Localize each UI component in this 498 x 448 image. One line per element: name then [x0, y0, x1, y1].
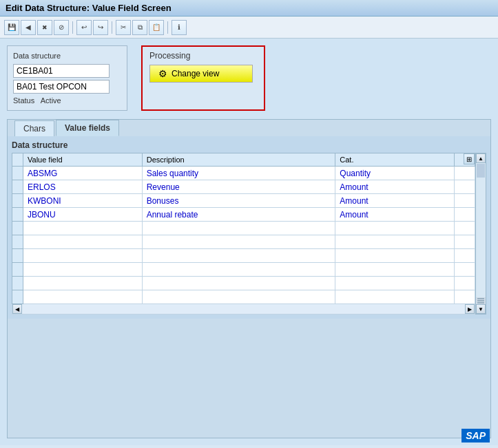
processing-panel: Processing ⚙ Change view: [141, 45, 265, 111]
change-view-label: Change view: [172, 69, 219, 78]
sap-logo: SAP: [461, 429, 490, 442]
row-selector-7[interactable]: [12, 263, 23, 277]
table-scroll-wrapper: Value field Description Cat. ⊞: [12, 153, 486, 314]
cell-category-0: Quantity: [335, 167, 455, 180]
table-row[interactable]: [12, 290, 475, 304]
main-content: Data structure CE1BA01 BA01 Test OPCON S…: [0, 39, 498, 445]
table-row[interactable]: [12, 277, 475, 290]
cell-value-field-9: [23, 290, 143, 304]
table-body: ABSMGSales quantityQuantityERLOSRevenueA…: [12, 167, 475, 314]
tab-value-fields[interactable]: Value fields: [56, 120, 119, 136]
scroll-thumb[interactable]: [477, 164, 485, 178]
cell-value-field-2: KWBONI: [23, 194, 143, 208]
cut-button[interactable]: ✂: [116, 20, 131, 35]
cancel-button[interactable]: ⊘: [54, 20, 69, 35]
tabs-container: Chars Value fields Data structure: [7, 119, 491, 438]
cell-value-field-8: [23, 277, 143, 290]
window-title: Edit Data Structure: Value Field Screen: [6, 3, 172, 13]
exit-button[interactable]: ✖: [37, 20, 52, 35]
dot3: [477, 302, 484, 303]
row-selector-3[interactable]: [12, 208, 23, 222]
cell-value-field-3: JBONU: [23, 208, 143, 222]
table-row[interactable]: [12, 249, 475, 263]
col-width-button[interactable]: ⊞: [464, 153, 475, 164]
table-row[interactable]: ABSMGSales quantityQuantity: [12, 167, 475, 180]
tab-chars[interactable]: Chars: [14, 120, 54, 136]
dot2: [477, 300, 484, 301]
cell-category-9: [335, 290, 455, 304]
cell-description-7: [142, 263, 335, 277]
cell-extra-4: [455, 222, 475, 235]
bottom-scroll-row: ◀▶: [12, 304, 475, 314]
scroll-down-button[interactable]: ▼: [476, 304, 486, 314]
table-header-row: Value field Description Cat. ⊞: [12, 153, 475, 167]
row-selector-4[interactable]: [12, 222, 23, 235]
change-view-button[interactable]: ⚙ Change view: [149, 65, 253, 83]
scroll-track: [476, 163, 486, 297]
cell-category-6: [335, 249, 455, 263]
col-category-header: Cat.: [335, 153, 455, 167]
scroll-right-button[interactable]: ▶: [465, 304, 475, 314]
cell-extra-2: [455, 194, 475, 208]
row-selector-5[interactable]: [12, 235, 23, 249]
cell-extra-8: [455, 277, 475, 290]
status-label: Status: [13, 96, 34, 105]
info-button[interactable]: ℹ: [172, 20, 187, 35]
paste-button[interactable]: 📋: [149, 20, 164, 35]
row-selector-0[interactable]: [12, 167, 23, 180]
scroll-dots: [476, 297, 486, 304]
separator-2: [112, 21, 112, 34]
cell-value-field-5: [23, 235, 143, 249]
vertical-scrollbar[interactable]: ▲ ▼: [475, 153, 486, 314]
separator-3: [167, 21, 168, 34]
table-row[interactable]: [12, 235, 475, 249]
prev-button[interactable]: ↩: [76, 20, 92, 35]
data-structure-field2: BA01 Test OPCON: [13, 80, 110, 94]
tab-chars-label: Chars: [23, 124, 45, 134]
status-value: Active: [41, 96, 61, 105]
table-row[interactable]: [12, 263, 475, 277]
row-selector-6[interactable]: [12, 249, 23, 263]
table-row[interactable]: ERLOSRevenueAmount: [12, 180, 475, 194]
horizontal-scrollbar[interactable]: ◀▶: [12, 304, 475, 314]
table-row[interactable]: JBONUAnnual rebateAmount: [12, 208, 475, 222]
save-button[interactable]: 💾: [4, 20, 19, 35]
back-button[interactable]: ◀: [21, 20, 36, 35]
cell-description-4: [142, 222, 335, 235]
cell-extra-1: [455, 180, 475, 194]
title-bar: Edit Data Structure: Value Field Screen: [0, 0, 498, 17]
table-row[interactable]: KWBONIBonusesAmount: [12, 194, 475, 208]
copy-button[interactable]: ⧉: [132, 20, 147, 35]
cell-value-field-1: ERLOS: [23, 180, 143, 194]
cell-extra-0: [455, 167, 475, 180]
cell-category-8: [335, 277, 455, 290]
cell-extra-7: [455, 263, 475, 277]
col-description-header: Description: [142, 153, 335, 167]
row-selector-1[interactable]: [12, 180, 23, 194]
cell-extra-9: [455, 290, 475, 304]
table-row[interactable]: [12, 222, 475, 235]
cell-value-field-4: [23, 222, 143, 235]
tabs-content-area: Data structure Value field Descr: [8, 136, 490, 319]
row-selector-2[interactable]: [12, 194, 23, 208]
change-view-icon: ⚙: [158, 68, 167, 79]
separator-1: [72, 21, 73, 34]
data-structure-panel-title: Data structure: [13, 52, 121, 60]
next-button[interactable]: ↪: [93, 20, 108, 35]
col-selector-header: [12, 153, 23, 167]
data-structure-field1: CE1BA01: [13, 64, 110, 78]
cell-description-6: [142, 249, 335, 263]
row-selector-8[interactable]: [12, 277, 23, 290]
status-row: Status Active: [13, 96, 121, 105]
dot1: [477, 298, 484, 299]
row-selector-9[interactable]: [12, 290, 23, 304]
cell-description-5: [142, 235, 335, 249]
scroll-left-button[interactable]: ◀: [12, 304, 22, 314]
cell-category-1: Amount: [335, 180, 455, 194]
col-extra-header: ⊞: [455, 153, 475, 167]
table-container: Value field Description Cat. ⊞: [12, 153, 475, 314]
processing-title: Processing: [149, 51, 257, 61]
col-value-field-header: Value field: [23, 153, 143, 167]
cell-category-4: [335, 222, 455, 235]
scroll-up-button[interactable]: ▲: [476, 153, 486, 163]
